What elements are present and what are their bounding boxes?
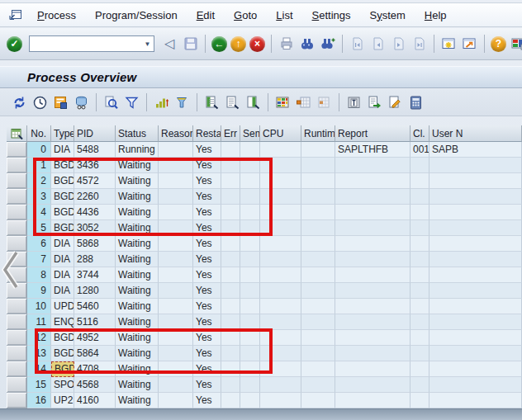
- menu-process[interactable]: Process: [37, 9, 76, 21]
- cell-pid[interactable]: 4160: [74, 393, 116, 408]
- cell-status[interactable]: Waiting: [116, 361, 159, 377]
- cell-reason[interactable]: [159, 189, 193, 205]
- cell-sem[interactable]: [240, 173, 260, 189]
- cell-no[interactable]: 1: [27, 158, 51, 173]
- back-icon[interactable]: ←: [211, 36, 227, 52]
- cell-cl[interactable]: [410, 377, 429, 393]
- cell-type[interactable]: BGD: [51, 205, 74, 220]
- cell-runtime[interactable]: [301, 283, 335, 299]
- cell-cl[interactable]: [410, 205, 429, 220]
- cell-report[interactable]: [335, 236, 410, 252]
- cell-cpu[interactable]: [260, 205, 301, 220]
- cell-status[interactable]: Waiting: [116, 205, 159, 220]
- last-page-icon[interactable]: [410, 35, 428, 53]
- cell-user[interactable]: [429, 393, 522, 408]
- cell-sem[interactable]: [240, 142, 260, 158]
- cell-no[interactable]: 2: [27, 173, 51, 189]
- cell-err[interactable]: [221, 283, 240, 299]
- cell-type[interactable]: DIA: [51, 236, 74, 252]
- grid-view-icon[interactable]: [274, 94, 292, 111]
- cell-pid[interactable]: 5116: [74, 314, 116, 330]
- cell-err[interactable]: [221, 252, 240, 267]
- cell-user[interactable]: [429, 330, 522, 346]
- cell-runtime[interactable]: [301, 236, 335, 252]
- cell-reason[interactable]: [159, 267, 193, 283]
- cell-pid[interactable]: 5460: [74, 299, 116, 314]
- cell-user[interactable]: SAPB: [429, 142, 522, 158]
- cell-runtime[interactable]: [301, 377, 335, 393]
- cell-cl[interactable]: 001: [410, 142, 429, 158]
- list-all-icon[interactable]: [224, 94, 241, 111]
- cell-sem[interactable]: [240, 393, 260, 408]
- customize-layout-icon[interactable]: [510, 35, 522, 53]
- cell-report[interactable]: [335, 283, 410, 299]
- cell-type[interactable]: BGD: [51, 330, 74, 346]
- cell-type[interactable]: ENQ: [51, 314, 74, 330]
- cell-cpu[interactable]: [260, 377, 301, 393]
- row-selector-button[interactable]: [7, 158, 27, 173]
- cell-pid[interactable]: 1280: [74, 283, 116, 299]
- enter-icon[interactable]: ✓: [7, 36, 22, 52]
- cell-user[interactable]: [429, 236, 522, 252]
- row-selector-button[interactable]: [7, 314, 27, 330]
- insert-column-icon[interactable]: [295, 94, 312, 111]
- row-selector-button[interactable]: [7, 189, 27, 205]
- menu-goto[interactable]: Goto: [234, 9, 257, 21]
- menu-list[interactable]: List: [276, 9, 292, 21]
- cell-status[interactable]: Waiting: [116, 330, 159, 346]
- cell-type[interactable]: UPD: [51, 299, 74, 314]
- cell-cpu[interactable]: [260, 252, 301, 267]
- cell-cl[interactable]: [410, 173, 429, 189]
- cell-type[interactable]: DIA: [51, 142, 74, 158]
- cell-user[interactable]: [429, 252, 522, 267]
- cell-type[interactable]: UP2: [51, 393, 74, 408]
- cell-reason[interactable]: [159, 252, 193, 267]
- cell-restart[interactable]: Yes: [193, 361, 221, 377]
- collapse-chevron-icon[interactable]: [0, 248, 21, 295]
- cell-status[interactable]: Waiting: [116, 158, 159, 173]
- cell-type[interactable]: SPO: [51, 377, 74, 393]
- cell-cl[interactable]: [410, 346, 429, 361]
- cell-sem[interactable]: [240, 283, 260, 299]
- cell-err[interactable]: [221, 346, 240, 361]
- cell-cl[interactable]: [410, 299, 429, 314]
- cell-restart[interactable]: Yes: [193, 205, 221, 220]
- row-selector-button[interactable]: [7, 346, 27, 361]
- cell-report[interactable]: [335, 361, 410, 377]
- help-icon[interactable]: ?: [491, 36, 506, 52]
- cell-no[interactable]: 3: [27, 189, 51, 205]
- cell-err[interactable]: [221, 173, 240, 189]
- cell-reason[interactable]: [159, 236, 193, 252]
- menu-system[interactable]: System: [370, 9, 406, 21]
- cell-reason[interactable]: [159, 393, 193, 408]
- cell-cl[interactable]: [410, 330, 429, 346]
- cell-runtime[interactable]: [301, 220, 335, 236]
- find-icon[interactable]: [298, 35, 316, 53]
- save-icon[interactable]: [182, 35, 199, 53]
- cell-cl[interactable]: [410, 393, 429, 408]
- cell-runtime[interactable]: [301, 142, 335, 158]
- cell-cpu[interactable]: [260, 267, 301, 283]
- cell-err[interactable]: [221, 236, 240, 252]
- cell-sem[interactable]: [240, 189, 260, 205]
- cell-runtime[interactable]: [301, 393, 335, 408]
- cancel-icon[interactable]: ×: [249, 36, 265, 52]
- cell-report[interactable]: [335, 173, 410, 189]
- cell-report[interactable]: [335, 252, 410, 267]
- exit-icon[interactable]: ↑: [230, 36, 246, 52]
- cell-reason[interactable]: [159, 299, 193, 314]
- cell-restart[interactable]: Yes: [193, 189, 221, 205]
- cell-cl[interactable]: [410, 158, 429, 173]
- cell-user[interactable]: [429, 220, 522, 236]
- cell-no[interactable]: 4: [27, 205, 51, 220]
- cell-reason[interactable]: [159, 330, 193, 346]
- cell-status[interactable]: Waiting: [116, 299, 159, 314]
- cell-cpu[interactable]: [260, 173, 301, 189]
- previous-page-icon[interactable]: [369, 35, 387, 53]
- cell-cpu[interactable]: [260, 220, 301, 236]
- cell-no[interactable]: 9: [27, 283, 51, 299]
- cell-user[interactable]: [429, 346, 522, 361]
- terminate-process-icon[interactable]: [345, 94, 363, 111]
- cell-pid[interactable]: 4952: [74, 330, 116, 346]
- cell-restart[interactable]: Yes: [193, 393, 221, 408]
